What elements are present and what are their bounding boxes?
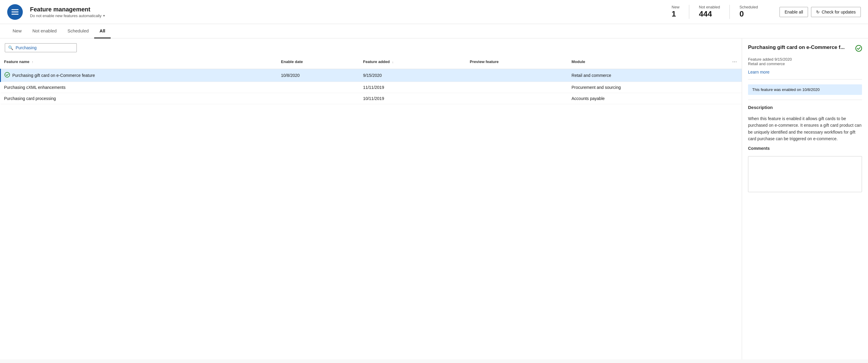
detail-module: Retail and commerce [748, 61, 862, 66]
row-menu-cell [727, 93, 742, 104]
row-menu-cell [727, 82, 742, 93]
feature-added-cell: 10/11/2019 [360, 93, 466, 104]
enable-date-cell [277, 82, 360, 93]
left-panel: 🔍 Feature name ↑ Enable date [0, 38, 742, 359]
enabled-check-icon [4, 72, 10, 79]
svg-rect-0 [11, 9, 18, 10]
tab-not-enabled[interactable]: Not enabled [27, 24, 62, 38]
column-menu-button[interactable]: ⋯ [731, 58, 738, 66]
feature-name-cell: Purchasing card processing [1, 93, 277, 104]
enabled-banner: This feature was enabled on 10/8/2020 [748, 84, 862, 95]
enable-all-button[interactable]: Enable all [779, 7, 808, 17]
enable-date-cell [277, 93, 360, 104]
detail-description: When this feature is enabled it allows g… [748, 115, 862, 142]
col-menu: ⋯ [727, 55, 742, 69]
col-feature-name[interactable]: Feature name ↑ [1, 55, 277, 69]
table-header: Feature name ↑ Enable date Feature added… [1, 55, 742, 69]
stat-new: New 1 [662, 5, 689, 19]
feature-name-cell: Purchasing gift card on e-Commerce featu… [1, 69, 277, 82]
preview-feature-cell [466, 82, 568, 93]
svg-point-4 [856, 45, 862, 51]
module-cell: Retail and commerce [568, 69, 727, 82]
stats-block: New 1 Not enabled 444 Scheduled 0 [662, 5, 768, 19]
check-updates-button[interactable]: ↻ Check for updates [811, 7, 861, 17]
search-icon: 🔍 [8, 45, 13, 50]
module-cell: Accounts payable [568, 93, 727, 104]
detail-title: Purchasing gift card on e-Commerce f... [748, 45, 852, 51]
comments-textarea[interactable] [748, 156, 862, 192]
detail-header: Purchasing gift card on e-Commerce f... [748, 45, 862, 53]
row-menu-cell [727, 69, 742, 82]
col-preview-feature[interactable]: Preview feature [466, 55, 568, 69]
detail-panel: Purchasing gift card on e-Commerce f... … [742, 38, 868, 359]
app-title: Feature management [30, 6, 655, 13]
learn-more-link[interactable]: Learn more [748, 69, 862, 75]
stat-not-enabled: Not enabled 444 [689, 5, 730, 19]
sort-desc-icon: ↓ [392, 60, 394, 64]
search-input-wrap[interactable]: 🔍 [5, 43, 77, 52]
divider-1 [748, 79, 862, 80]
table-body: Purchasing gift card on e-Commerce featu… [1, 69, 742, 104]
table-row[interactable]: Purchasing card processing 10/11/2019 Ac… [1, 93, 742, 104]
tabs-bar: New Not enabled Scheduled All [0, 24, 868, 38]
features-table: Feature name ↑ Enable date Feature added… [0, 55, 742, 104]
title-block: Feature management Do not enable new fea… [30, 6, 655, 18]
col-feature-added[interactable]: Feature added ↓ [360, 55, 466, 69]
table-row[interactable]: Purchasing gift card on e-Commerce featu… [1, 69, 742, 82]
svg-rect-2 [11, 13, 18, 15]
stat-scheduled: Scheduled 0 [730, 5, 767, 19]
header-actions: Enable all ↻ Check for updates [779, 7, 861, 17]
main-content: 🔍 Feature name ↑ Enable date [0, 38, 868, 359]
features-table-wrap: Feature name ↑ Enable date Feature added… [0, 55, 742, 359]
detail-enabled-icon [856, 45, 862, 53]
feature-name-cell: Purchasing cXML enhancements [1, 82, 277, 93]
svg-point-3 [5, 72, 9, 77]
divider-2 [748, 100, 862, 100]
chevron-down-icon: ▾ [103, 14, 105, 18]
description-title: Description [748, 105, 862, 110]
app-header: Feature management Do not enable new fea… [0, 0, 868, 24]
enable-date-cell: 10/8/2020 [277, 69, 360, 82]
tab-all[interactable]: All [94, 24, 111, 38]
svg-rect-1 [11, 11, 18, 12]
refresh-icon: ↻ [816, 9, 820, 15]
col-enable-date[interactable]: Enable date [277, 55, 360, 69]
col-module[interactable]: Module [568, 55, 727, 69]
sort-asc-icon: ↑ [32, 60, 34, 64]
table-row[interactable]: Purchasing cXML enhancements 11/11/2019 … [1, 82, 742, 93]
menu-icon [11, 8, 19, 16]
app-logo [7, 4, 23, 20]
detail-meta: Feature added 9/15/2020 Retail and comme… [748, 57, 862, 66]
module-cell: Procurement and sourcing [568, 82, 727, 93]
search-input[interactable] [16, 45, 73, 50]
detail-feature-added: Feature added 9/15/2020 [748, 57, 862, 61]
feature-added-cell: 11/11/2019 [360, 82, 466, 93]
subtitle-dropdown[interactable]: Do not enable new features automatically… [30, 13, 655, 18]
preview-feature-cell [466, 69, 568, 82]
preview-feature-cell [466, 93, 568, 104]
search-bar: 🔍 [0, 38, 742, 55]
tab-new[interactable]: New [7, 24, 27, 38]
feature-added-cell: 9/15/2020 [360, 69, 466, 82]
comments-label: Comments [748, 146, 862, 151]
tab-scheduled[interactable]: Scheduled [62, 24, 94, 38]
